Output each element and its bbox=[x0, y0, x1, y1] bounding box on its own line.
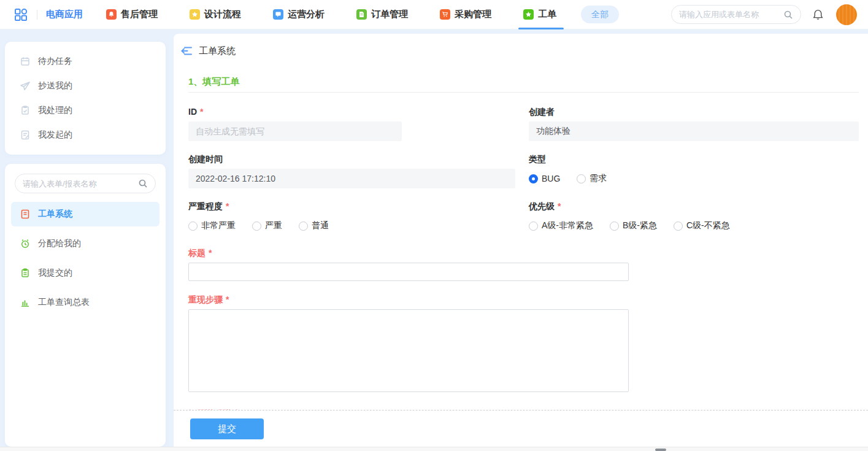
user-avatar[interactable] bbox=[836, 4, 857, 25]
sidebar-form-card: 工单系统 分配给我的 我提交的 工单查询总表 bbox=[5, 164, 166, 447]
radio-b-level-urgent[interactable]: B级-紧急 bbox=[610, 220, 657, 231]
app-name[interactable]: 电商应用 bbox=[46, 9, 83, 20]
sidebar: 待办任务 抄送我的 我处理的 我发起的 bbox=[0, 29, 166, 447]
orders-document-icon bbox=[356, 9, 367, 20]
sidebar-item-handled-by-me[interactable]: 我处理的 bbox=[11, 98, 159, 123]
radio-bug[interactable]: BUG bbox=[529, 174, 560, 183]
field-created-time: 创建时间 bbox=[188, 154, 515, 188]
radio-label: B级-紧急 bbox=[623, 220, 657, 231]
sidebar-item-assigned-to-me[interactable]: 分配给我的 bbox=[11, 231, 159, 256]
sidebar-item-label: 工单系统 bbox=[38, 209, 72, 220]
creator-input[interactable] bbox=[529, 121, 859, 141]
scrollbar-thumb[interactable] bbox=[655, 449, 666, 451]
severity-label: 严重程度* bbox=[188, 201, 515, 211]
radio-serious[interactable]: 严重 bbox=[252, 220, 282, 231]
label-text: 重现步骤 bbox=[188, 295, 223, 304]
app-body: 待办任务 抄送我的 我处理的 我发起的 bbox=[0, 29, 868, 447]
sidebar-item-cc-to-me[interactable]: 抄送我的 bbox=[11, 74, 159, 98]
search-icon[interactable] bbox=[783, 10, 793, 20]
radio-circle bbox=[299, 222, 308, 231]
tab-label: 运营分析 bbox=[288, 9, 325, 20]
nav-tab-workorder[interactable]: 工单 bbox=[523, 0, 556, 29]
tab-label: 售后管理 bbox=[121, 9, 158, 20]
tab-label: 订单管理 bbox=[371, 9, 408, 20]
field-severity: 严重程度* 非常严重 严重 普通 bbox=[188, 201, 515, 236]
notification-bell-icon[interactable] bbox=[812, 9, 824, 20]
form-footer: 提交 bbox=[174, 410, 868, 447]
type-radio-group: BUG 需求 bbox=[529, 169, 859, 188]
all-filter-pill[interactable]: 全部 bbox=[581, 6, 619, 23]
workorder-star-icon bbox=[523, 9, 534, 20]
radio-circle bbox=[674, 222, 683, 231]
procurement-cart-icon bbox=[440, 9, 450, 20]
design-star-icon bbox=[190, 9, 200, 20]
collapse-sidebar-icon[interactable] bbox=[180, 44, 193, 58]
field-id: ID* bbox=[188, 107, 515, 141]
radio-circle bbox=[610, 222, 619, 231]
required-asterisk: * bbox=[226, 201, 229, 211]
horizontal-scrollbar[interactable] bbox=[0, 447, 868, 451]
radio-label: 严重 bbox=[265, 220, 282, 231]
sidebar-search-box bbox=[15, 174, 156, 193]
id-label: ID* bbox=[188, 107, 515, 117]
tab-label: 设计流程 bbox=[204, 9, 241, 20]
nav-tab-design[interactable]: 设计流程 bbox=[190, 0, 241, 29]
radio-circle bbox=[252, 222, 261, 231]
radio-normal[interactable]: 普通 bbox=[299, 220, 329, 231]
radio-a-level-very-urgent[interactable]: A级-非常紧急 bbox=[529, 220, 593, 231]
search-icon[interactable] bbox=[138, 179, 148, 188]
nav-search-input[interactable] bbox=[679, 10, 783, 19]
sidebar-item-workorder-system[interactable]: 工单系统 bbox=[11, 202, 159, 226]
title-label: 标题* bbox=[188, 248, 629, 258]
sidebar-item-label: 我发起的 bbox=[38, 129, 72, 141]
created-time-input[interactable] bbox=[188, 169, 515, 188]
label-text: 创建时间 bbox=[188, 154, 223, 164]
repro-steps-textarea[interactable] bbox=[188, 309, 629, 392]
workorder-form: 1、填写工单 ID* 创建者 bbox=[174, 76, 868, 418]
sidebar-item-label: 待办任务 bbox=[38, 56, 72, 67]
radio-very-serious[interactable]: 非常严重 bbox=[188, 220, 236, 231]
radio-label: BUG bbox=[542, 174, 560, 183]
radio-circle-checked bbox=[529, 174, 538, 183]
main-panel: 工单系统 1、填写工单 ID* 创建者 bbox=[174, 34, 868, 447]
sidebar-item-workorder-summary-table[interactable]: 工单查询总表 bbox=[11, 290, 159, 315]
repro-steps-label: 重现步骤* bbox=[188, 295, 629, 304]
radio-requirement[interactable]: 需求 bbox=[577, 173, 607, 184]
id-input[interactable] bbox=[188, 121, 402, 141]
apps-grid-icon[interactable] bbox=[13, 7, 28, 22]
sidebar-item-initiated-by-me[interactable]: 我发起的 bbox=[11, 123, 159, 147]
aftersales-bell-icon bbox=[106, 9, 117, 20]
sidebar-task-card: 待办任务 抄送我的 我处理的 我发起的 bbox=[5, 42, 166, 155]
clipboard-check-icon bbox=[20, 105, 31, 116]
sidebar-search-input[interactable] bbox=[23, 179, 138, 188]
nav-tab-operations[interactable]: 运营分析 bbox=[273, 0, 325, 29]
calendar-icon bbox=[20, 56, 31, 67]
nav-search-box bbox=[671, 5, 801, 24]
section-divider bbox=[188, 92, 859, 93]
operations-chat-icon bbox=[273, 9, 283, 20]
nav-tab-aftersales[interactable]: 售后管理 bbox=[106, 0, 158, 29]
title-input[interactable] bbox=[188, 263, 629, 281]
creator-label: 创建者 bbox=[529, 107, 859, 117]
nav-tab-orders[interactable]: 订单管理 bbox=[356, 0, 408, 29]
tab-label: 工单 bbox=[538, 9, 556, 20]
field-title: 标题* bbox=[188, 248, 629, 281]
required-asterisk: * bbox=[200, 107, 203, 117]
submit-button[interactable]: 提交 bbox=[190, 418, 264, 439]
page-title: 工单系统 bbox=[199, 45, 236, 57]
type-label: 类型 bbox=[529, 154, 859, 164]
nav-tab-procurement[interactable]: 采购管理 bbox=[440, 0, 491, 29]
main-header: 工单系统 bbox=[174, 34, 868, 68]
radio-label: C级-不紧急 bbox=[686, 220, 730, 231]
priority-label: 优先级* bbox=[529, 201, 859, 211]
nav-tabs: 售后管理 设计流程 运营分析 订单管理 采购管理 bbox=[106, 0, 556, 29]
radio-circle bbox=[577, 174, 586, 183]
sidebar-item-label: 分配给我的 bbox=[38, 238, 81, 249]
priority-radio-group: A级-非常紧急 B级-紧急 C级-不紧急 bbox=[529, 216, 859, 236]
document-edit-icon bbox=[20, 129, 31, 141]
label-text: 创建者 bbox=[529, 107, 555, 117]
sidebar-item-submitted-by-me[interactable]: 我提交的 bbox=[11, 261, 159, 285]
severity-radio-group: 非常严重 严重 普通 bbox=[188, 216, 515, 236]
radio-c-level-not-urgent[interactable]: C级-不紧急 bbox=[674, 220, 730, 231]
sidebar-item-todo-tasks[interactable]: 待办任务 bbox=[11, 49, 159, 74]
